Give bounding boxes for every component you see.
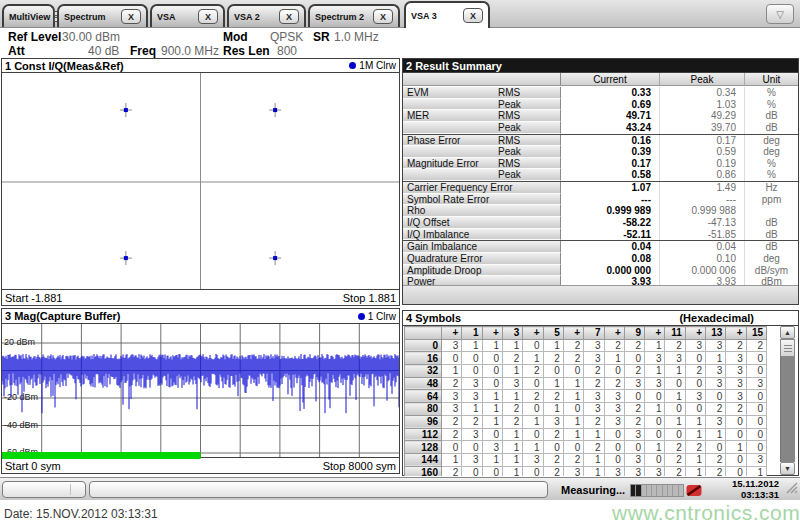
symbol-value-cell: 1 xyxy=(584,428,604,441)
freq-value[interactable]: 900.0 MHz xyxy=(161,44,219,58)
symbols-col-header: + xyxy=(685,327,705,340)
result-row-label: EVMRMS xyxy=(403,87,561,99)
result-peak-value: --- xyxy=(659,194,744,206)
res-len-label-text: Res Len xyxy=(223,44,270,58)
tab-close-button[interactable]: X xyxy=(373,9,393,24)
result-current-value: -52.11 xyxy=(561,229,659,241)
tab-close-button[interactable]: X xyxy=(121,9,141,24)
symbols-col-header: + xyxy=(604,327,624,340)
tab-vsa-3[interactable]: VSA 3X xyxy=(404,1,490,28)
symbols-row: 482303011223300333 xyxy=(405,377,767,390)
result-row-label: I/Q Offset xyxy=(403,217,561,229)
tab-bar: ▽ MultiViewSpectrumXVSAXVSA 2XSpectrum 2… xyxy=(0,0,800,28)
mag-trace-color-dot-icon xyxy=(358,313,365,320)
result-row-label: MERRMS xyxy=(403,110,561,122)
symbol-value-cell: 2 xyxy=(584,415,604,428)
symbol-value-cell: 2 xyxy=(462,415,482,428)
mag-start-label: Start 0 sym xyxy=(5,460,61,472)
scrollbar-track[interactable] xyxy=(780,357,795,462)
symbol-value-cell: 2 xyxy=(543,352,563,365)
result-current-value: 0.69 xyxy=(561,99,659,111)
symbol-value-cell: 2 xyxy=(665,453,685,466)
mod-value[interactable]: QPSK xyxy=(270,30,303,44)
symbols-row: 321001200202112330 xyxy=(405,365,767,378)
symbols-subtitle: (Hexadecimal) xyxy=(679,311,754,326)
symbol-value-cell: 2 xyxy=(543,466,563,476)
symbol-value-cell: 0 xyxy=(685,377,705,390)
tab-close-button[interactable]: X xyxy=(463,8,483,23)
measure-progress-bar xyxy=(630,484,684,497)
symbol-value-cell: 1 xyxy=(543,377,563,390)
const-axis-bar: Start -1.881 Stop 1.881 xyxy=(2,289,399,305)
const-iq-panel-title[interactable]: 1 Const I/Q(Meas&Ref) 1M Clrw xyxy=(2,59,399,73)
tab-vsa[interactable]: VSAX xyxy=(150,4,225,27)
symbol-value-cell: 0 xyxy=(746,403,766,416)
footer-date-text: Date: 15.NOV.2012 03:13:31 xyxy=(4,507,158,521)
result-row-label: Magnitude ErrorRMS xyxy=(403,158,561,170)
symbol-value-cell: 0 xyxy=(624,390,644,403)
result-row-sublabel: Peak xyxy=(498,122,521,134)
result-row-sublabel: RMS xyxy=(498,135,520,147)
ref-level-value-text: 30.00 dBm xyxy=(62,30,120,44)
tab-close-button[interactable]: X xyxy=(198,9,218,24)
symbols-row-label: 0 xyxy=(405,339,442,352)
ref-level-value[interactable]: 30.00 dBm xyxy=(62,30,120,44)
tab-close-button[interactable]: X xyxy=(279,9,299,24)
symbol-value-cell: 3 xyxy=(442,339,462,352)
result-row-sublabel: Peak xyxy=(498,146,521,158)
tab-vsa-2[interactable]: VSA 2X xyxy=(227,4,306,27)
scrollbar-up-button[interactable]: ▲ xyxy=(780,326,795,339)
symbol-value-cell: 1 xyxy=(502,453,522,466)
result-current-value: 49.71 xyxy=(561,110,659,122)
res-len-value[interactable]: 800 xyxy=(277,44,297,58)
symbols-col-header: 5 xyxy=(543,327,563,340)
result-current-value: 0.39 xyxy=(561,146,659,158)
symbol-value-cell: 1 xyxy=(543,339,563,352)
result-row: Carrier Frequency Error1.071.49Hz xyxy=(403,182,798,194)
scrollbar-down-button[interactable]: ▼ xyxy=(780,462,795,475)
trace-legend: 1M Clrw xyxy=(349,60,396,71)
result-peak-value: 1.49 xyxy=(659,182,744,194)
symbol-value-cell: 0 xyxy=(685,403,705,416)
symbol-value-cell: 1 xyxy=(584,466,604,476)
resize-grip[interactable] xyxy=(785,480,798,498)
symbol-value-cell: 1 xyxy=(523,415,543,428)
mag-capture-title[interactable]: 3 Mag(Capture Buffer) 1 Clrw xyxy=(2,309,399,324)
const-iq-panel: 1 Const I/Q(Meas&Ref) 1M Clrw Start -1.8… xyxy=(1,58,400,306)
tab-spectrum[interactable]: SpectrumX xyxy=(57,4,148,27)
symbol-value-cell: 1 xyxy=(442,453,462,466)
symbol-value-cell: 0 xyxy=(746,352,766,365)
constellation-plot xyxy=(2,73,399,291)
result-peak-value: 0.34 xyxy=(659,87,744,99)
symbol-value-cell: 0 xyxy=(645,415,665,428)
tab-label: VSA xyxy=(157,12,176,22)
result-header-spacer xyxy=(403,73,561,85)
result-summary-title[interactable]: 2 Result Summary xyxy=(403,59,798,73)
symbol-value-cell: 0 xyxy=(726,466,746,476)
symbol-value-cell: 2 xyxy=(604,339,624,352)
symbol-value-cell: 1 xyxy=(482,403,502,416)
tab-multiview[interactable]: MultiView xyxy=(2,4,55,27)
symbol-value-cell: 3 xyxy=(645,352,665,365)
measuring-label: Measuring... xyxy=(561,484,625,496)
scrollbar-thumb[interactable] xyxy=(780,339,795,357)
result-unit: dB xyxy=(744,241,798,253)
symbol-value-cell: 0 xyxy=(645,390,665,403)
symbol-value-cell: 3 xyxy=(624,377,644,390)
symbols-scrollbar[interactable]: ▲ ▼ xyxy=(780,326,795,475)
result-row-label: Peak xyxy=(403,146,561,158)
symbols-row-label: 144 xyxy=(405,453,442,466)
symbol-value-cell: 3 xyxy=(746,377,766,390)
symbol-value-cell: 0 xyxy=(462,441,482,454)
symbol-value-cell: 1 xyxy=(665,415,685,428)
att-value[interactable]: 40 dB xyxy=(88,44,119,58)
symbol-value-cell: 0 xyxy=(645,453,665,466)
symbol-value-cell: 2 xyxy=(563,339,583,352)
sr-value[interactable]: 1.0 MHz xyxy=(334,30,379,44)
symbol-value-cell: 0 xyxy=(624,441,644,454)
symbols-title[interactable]: 4 Symbols (Hexadecimal) xyxy=(403,311,798,326)
result-row: EVMRMS0.330.34% xyxy=(403,87,798,99)
scroll-up-icon: ▲ xyxy=(784,329,791,336)
tab-overflow-button[interactable]: ▽ xyxy=(766,4,794,24)
tab-spectrum-2[interactable]: Spectrum 2X xyxy=(308,4,400,27)
